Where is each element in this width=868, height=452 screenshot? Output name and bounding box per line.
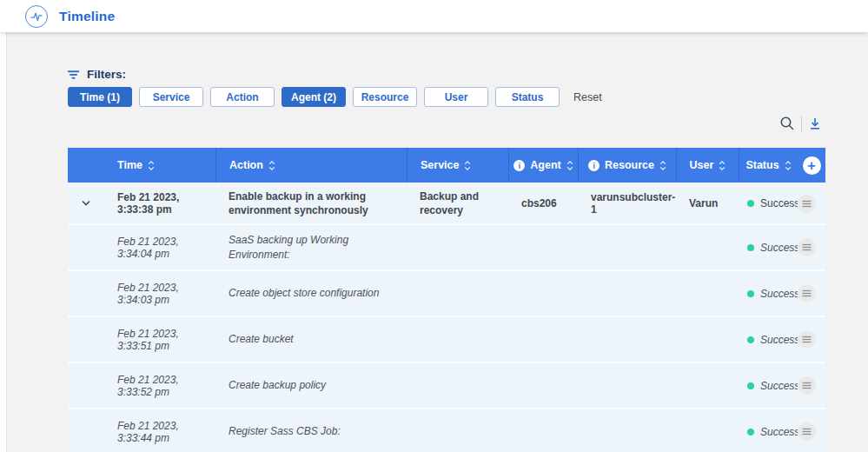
filter-button-row: Time (1) Service Action Agent (2) Resour… [68, 87, 602, 107]
status-label: Success [760, 380, 798, 392]
chevron-down-icon[interactable] [81, 200, 91, 207]
table-row: Feb 21 2023, 3:34:04 pm SaaS backing up … [68, 225, 825, 271]
sort-icon [268, 160, 275, 171]
row-menu-button[interactable] [798, 284, 816, 302]
row-menu-button[interactable] [798, 422, 816, 441]
row-time: Feb 21 2023, 3:33:44 pm [104, 420, 215, 444]
status-label: Success [760, 242, 798, 254]
row-agent: cbs206 [508, 197, 578, 209]
row-menu-button[interactable] [798, 238, 816, 256]
row-status: Success [739, 288, 798, 300]
toolbar-divider [801, 116, 802, 131]
search-icon[interactable] [779, 116, 795, 131]
table-toolbar [779, 116, 822, 131]
column-header-action[interactable]: Action [215, 148, 407, 183]
success-status-dot [747, 244, 754, 251]
success-status-dot [747, 290, 754, 297]
filter-button-user[interactable]: User [424, 87, 488, 107]
status-label: Success [760, 334, 798, 346]
table-row: Feb 21 2023, 3:33:52 pm Create backup po… [68, 363, 825, 409]
row-time: Feb 21 2023, 3:34:04 pm [104, 236, 215, 260]
sort-icon [785, 160, 792, 171]
sort-icon [719, 160, 726, 171]
row-service: Backup and recovery [407, 189, 508, 217]
row-time: Feb 21 2023, 3:34:03 pm [104, 282, 215, 306]
row-resource: varunsubcluster-1 [578, 191, 676, 216]
column-header-user[interactable]: User [676, 148, 739, 183]
reset-filters-link[interactable]: Reset [573, 91, 602, 103]
column-header-time[interactable]: Time [104, 148, 215, 183]
status-label: Success [760, 426, 798, 438]
sort-icon [567, 160, 573, 171]
success-status-dot [747, 429, 754, 435]
row-status: Success [739, 426, 798, 438]
row-time: Feb 21 2023, 3:33:38 pm [104, 191, 215, 216]
row-time: Feb 21 2023, 3:33:51 pm [104, 328, 215, 352]
status-label: Success [760, 288, 798, 300]
filter-button-action[interactable]: Action [210, 87, 275, 107]
success-status-dot [747, 382, 754, 389]
success-status-dot [747, 200, 754, 207]
row-action: Create bucket [215, 332, 407, 346]
row-status: Success [739, 242, 798, 254]
success-status-dot [747, 336, 754, 343]
row-status: Success [739, 197, 798, 209]
row-user: Varun [676, 197, 739, 209]
download-icon[interactable] [808, 116, 822, 131]
table-row: Feb 21 2023, 3:33:38 pm Enable backup in… [68, 183, 825, 225]
row-menu-button[interactable] [798, 376, 816, 395]
filter-button-service[interactable]: Service [139, 87, 203, 107]
filters-header: Filters: [67, 68, 126, 81]
table-row: Feb 21 2023, 3:33:44 pm Register Sass CB… [68, 409, 825, 452]
row-time: Feb 21 2023, 3:33:52 pm [104, 374, 215, 398]
row-action: SaaS backing up Working Environment: [215, 233, 407, 261]
row-status: Success [739, 334, 798, 346]
filter-button-resource[interactable]: Resource [353, 87, 417, 107]
page-title: Timeline [59, 9, 115, 24]
header-actions-cell: + [798, 148, 825, 183]
row-action: Create object store configuration [215, 286, 407, 300]
table-row: Feb 21 2023, 3:34:03 pm Create object st… [68, 271, 825, 317]
column-header-status[interactable]: Status [739, 148, 798, 183]
row-action: Register Sass CBS Job: [215, 424, 407, 438]
column-header-service[interactable]: Service [407, 148, 508, 183]
filters-label: Filters: [87, 68, 126, 81]
info-icon[interactable]: i [514, 160, 525, 171]
filter-icon [67, 70, 80, 80]
row-action: Create backup policy [215, 378, 407, 392]
row-menu-button[interactable] [798, 195, 816, 213]
filter-button-time[interactable]: Time (1) [68, 87, 132, 107]
row-action: Enable backup in a working environment s… [215, 189, 407, 217]
status-label: Success [760, 197, 798, 209]
header-expander-spacer [68, 148, 104, 183]
filter-button-status[interactable]: Status [495, 87, 560, 107]
left-edge-strip [0, 32, 7, 452]
sort-icon [464, 160, 471, 171]
filter-button-agent[interactable]: Agent (2) [282, 87, 346, 107]
table-row: Feb 21 2023, 3:33:51 pm Create bucket Su… [68, 317, 825, 363]
table-header-row: Time Action Service i Agent [68, 148, 825, 183]
topbar: Timeline [0, 0, 868, 32]
column-header-agent[interactable]: i Agent [508, 148, 578, 183]
main-panel: Filters: Time (1) Service Action Agent (… [0, 32, 868, 452]
row-status: Success [739, 380, 798, 392]
timeline-table: Time Action Service i Agent [68, 148, 825, 452]
info-icon[interactable]: i [588, 160, 600, 171]
timeline-logo-icon [25, 5, 48, 28]
sort-icon [659, 160, 666, 171]
row-menu-button[interactable] [798, 330, 816, 349]
add-column-button[interactable]: + [803, 156, 821, 175]
column-header-resource[interactable]: i Resource [578, 148, 676, 183]
sort-icon [148, 160, 155, 171]
